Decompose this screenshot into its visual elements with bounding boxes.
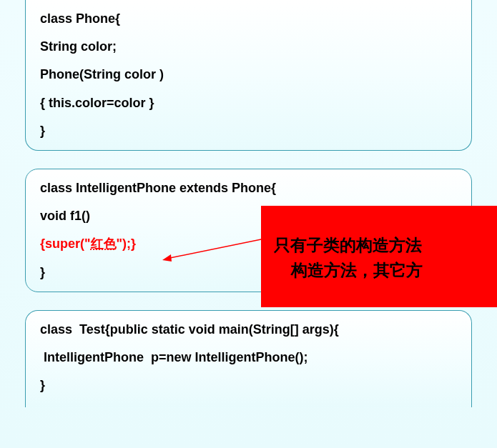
callout-note: 只有子类的构造方法 构造方法，其它方 (261, 206, 497, 307)
code-text: ");} (117, 237, 137, 251)
code-line: String color; (40, 38, 457, 56)
code-block-test: class Test{public static void main(Strin… (25, 310, 472, 408)
code-text: {super(" (40, 237, 91, 251)
code-line: } (40, 377, 457, 394)
callout-text-line2: 构造方法，其它方 (274, 258, 497, 283)
code-line: class Phone{ (40, 10, 457, 28)
code-line: } (40, 122, 457, 140)
code-line: class IntelligentPhone extends Phone{ (40, 179, 457, 197)
code-block-phone: class Phone{ String color; Phone(String … (25, 0, 472, 151)
code-text-param: 红色 (91, 237, 117, 251)
code-line: IntelligentPhone p=new IntelligentPhone(… (40, 349, 457, 367)
code-line: Phone(String color ) (40, 66, 457, 84)
code-line: { this.color=color } (40, 94, 457, 112)
code-line: class Test{public static void main(Strin… (40, 321, 457, 339)
callout-text-line1: 只有子类的构造方法 (274, 233, 497, 258)
